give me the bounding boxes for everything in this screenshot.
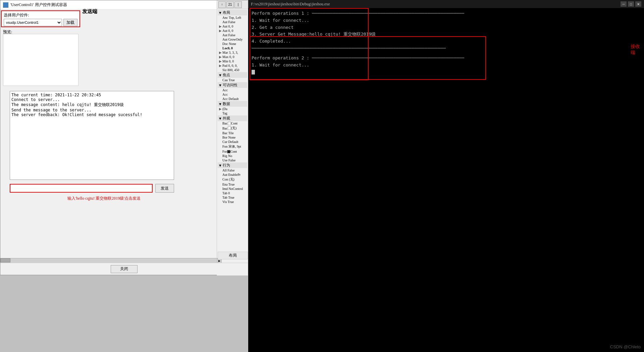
- right-titlebar: F:\vs2019\jieshou\jieshou\bin\Debug\jies…: [248, 0, 644, 8]
- chevron-acc-icon: ▼: [218, 83, 222, 87]
- prop-tab0: Tab 0: [218, 191, 247, 195]
- prop-all: All False: [218, 168, 247, 172]
- prop-aut3: ▶Aut 0, 0: [218, 29, 247, 33]
- prop-aut-enable: Aut EnablePr: [218, 172, 247, 177]
- section-focus-label: 焦点: [223, 72, 230, 78]
- right-window: F:\vs2019\jieshou\jieshou\bin\Debug\jies…: [248, 0, 644, 352]
- console-line-7: 1. Wait for connect...: [252, 62, 641, 69]
- console-line-5: 4. Completed...: [252, 38, 641, 45]
- right-window-controls: ─ □ ✕: [621, 1, 641, 7]
- prop-tab-true: Tab True: [218, 195, 247, 200]
- console-separator: ────────────────────────────────────────…: [252, 45, 641, 52]
- chevron-beh-icon: ▼: [218, 163, 222, 167]
- csdn-watermark: CSDN @Chleto: [610, 344, 641, 349]
- prop-bac2: Bac (无): [218, 125, 247, 131]
- console-output: Perform operations 1 : ─────────────────…: [248, 8, 644, 78]
- prop-siz: Siz 800, 450: [218, 68, 247, 72]
- left-titlebar: 'UserControl1' 用户控件测试容器 ─ □ ✕: [0, 0, 248, 10]
- section-data-label: 数据: [223, 101, 230, 106]
- section-appearance-label: 外观: [223, 116, 230, 121]
- prop-fon: Fon 宋体, 9pt: [218, 144, 247, 149]
- receive-label: 接收端: [631, 44, 644, 56]
- log-line-5: The server feedback: Ok!Client send mess…: [11, 112, 172, 117]
- right-minimize-button[interactable]: ─: [621, 1, 627, 7]
- prop-bor: Bor None: [218, 135, 247, 140]
- select-row: vsudp.UserControl1 加载: [4, 19, 77, 26]
- prop-for: For Cont: [218, 149, 247, 154]
- prop-mar: ▶Mar 3, 3, 3,: [218, 50, 247, 55]
- prop-anc: Anc Top, Left: [218, 15, 247, 20]
- sort-num-icon: 21: [228, 3, 232, 6]
- section-appearance[interactable]: ▼ 外观: [218, 115, 247, 121]
- right-close-button[interactable]: ✕: [635, 1, 641, 7]
- console-line-6: Perform operations 2 : ─────────────────…: [252, 55, 641, 62]
- chevron-data-icon: ▼: [218, 102, 222, 106]
- prop-bac3: Bac Tile: [218, 131, 247, 135]
- prop-aut1: Aut False: [218, 20, 247, 24]
- left-window-title: 'UserControl1' 用户控件测试容器: [10, 2, 218, 8]
- console-line-1: Perform operations 1 : ─────────────────…: [252, 10, 641, 17]
- section-accessibility-label: 可访问性: [223, 83, 237, 88]
- properties-panel: ↑ 21 | ▼ 布局 Anc Top, Left Aut False ▶Aut…: [217, 0, 248, 275]
- prop-bac1: Bac Cont: [218, 121, 247, 125]
- prop-ena: Ena True: [218, 182, 247, 187]
- prop-tag: Tag: [218, 111, 247, 115]
- section-behavior[interactable]: ▼ 行为: [218, 162, 247, 168]
- prop-vis: Vis True: [218, 200, 247, 204]
- left-window: 'UserControl1' 用户控件测试容器 ─ □ ✕ 发送端 选择用户控件…: [0, 0, 248, 275]
- sort-alpha-button[interactable]: ↑: [218, 1, 226, 8]
- prop-acc2: Acc: [218, 92, 247, 97]
- prop-cau: Cau True: [218, 78, 247, 82]
- section-layout-label: 布局: [223, 10, 230, 15]
- hint-text: 输入'hello cqjtu! 重交物联2019级'点击发送: [67, 196, 141, 201]
- app-icon: [3, 2, 8, 8]
- layout-bottom-label: 布局: [218, 252, 248, 259]
- prop-pad: ▶Pad 0, 0, 0,: [218, 63, 247, 68]
- prop-da: ▶(Da: [218, 107, 247, 111]
- section-behavior-label: 行为: [223, 163, 230, 168]
- section-accessibility[interactable]: ▼ 可访问性: [218, 82, 247, 88]
- console-line-3: 2. Get a connect: [252, 24, 641, 31]
- prop-acc1: Acc: [218, 88, 247, 92]
- log-line-4: Send the message to the server...: [11, 108, 172, 112]
- prop-aut4: Aut False: [218, 33, 247, 37]
- message-input[interactable]: [10, 184, 153, 193]
- console-line-4: 3. Server Get Message:hello cqjtu! 重交物联2…: [252, 31, 641, 38]
- log-line-3: The message content: hello cqjtu! 重交物联20…: [11, 102, 172, 108]
- prop-con: Con (无): [218, 177, 247, 182]
- prop-min: ▶Min 0, 0: [218, 59, 247, 63]
- close-dialog-button[interactable]: 关闭: [111, 265, 138, 273]
- log-line-1: The current time: 2021-11-22 20:32:45: [11, 93, 172, 97]
- right-maximize-button[interactable]: □: [628, 1, 634, 7]
- sort-num-button[interactable]: 21: [226, 1, 234, 8]
- msg-input-row: 发送: [10, 184, 174, 193]
- select-control-section: 选择用户控件: vsudp.UserControl1 加载: [1, 10, 80, 27]
- props-toolbar: ↑ 21 |: [217, 0, 248, 9]
- control-select[interactable]: vsudp.UserControl1: [4, 19, 62, 26]
- prop-max: ▶Max 0, 0: [218, 55, 247, 59]
- send-button[interactable]: 发送: [155, 184, 174, 193]
- prop-imd: Imd NoControl: [218, 187, 247, 191]
- sender-title: 发送端: [82, 8, 97, 15]
- prop-cur: Cur Default: [218, 140, 247, 144]
- prop-aut2: ▶Aut 0, 0: [218, 24, 247, 29]
- scrollbar-thumb[interactable]: [0, 258, 10, 262]
- sort-alpha-icon: ↑: [221, 3, 223, 6]
- select-control-label: 选择用户控件:: [4, 12, 77, 18]
- chevron-focus-icon: ▼: [218, 73, 222, 77]
- load-button[interactable]: 加载: [63, 19, 77, 26]
- bottom-toolbar: 关闭: [0, 263, 248, 275]
- prop-loc: Loc 0, 0: [218, 46, 247, 50]
- horizontal-scrollbar[interactable]: ▶: [0, 258, 222, 263]
- props-content: ▼ 布局 Anc Top, Left Aut False ▶Aut 0, 0 ▶…: [217, 9, 248, 205]
- section-layout[interactable]: ▼ 布局: [218, 10, 247, 15]
- console-cursor: [252, 70, 255, 74]
- section-data[interactable]: ▼ 数据: [218, 101, 247, 107]
- prop-acc3: Acc Default: [218, 97, 247, 101]
- prop-doc: Doc None: [218, 42, 247, 46]
- chevron-layout-icon: ▼: [218, 11, 222, 15]
- log-line-2: Connect to server...: [11, 97, 172, 102]
- chevron-app-icon: ▼: [218, 116, 222, 120]
- props-extra-button[interactable]: |: [234, 1, 242, 8]
- section-focus[interactable]: ▼ 焦点: [218, 72, 247, 78]
